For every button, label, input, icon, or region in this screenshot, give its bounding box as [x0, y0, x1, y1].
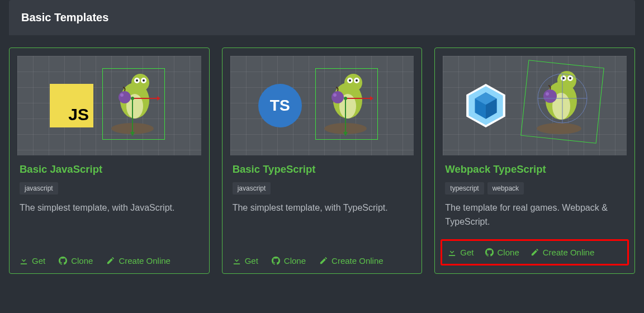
svg-point-14	[131, 97, 134, 100]
github-icon	[272, 257, 280, 265]
webpack-logo-icon	[464, 84, 508, 127]
template-card-ts: TS	[222, 48, 423, 274]
template-description: The template for real games. Webpack & T…	[445, 201, 624, 229]
template-card-js: JS	[9, 48, 210, 274]
template-description: The simplest template, with JavaScript.	[20, 201, 199, 243]
download-icon	[20, 257, 28, 265]
edit-icon	[319, 257, 328, 265]
svg-point-7	[143, 79, 145, 82]
svg-marker-13	[130, 132, 135, 136]
svg-marker-26	[370, 96, 373, 101]
template-actions: Get Clone Create Online	[20, 253, 199, 265]
create-online-button[interactable]: Create Online	[531, 248, 595, 257]
svg-point-8	[119, 91, 131, 103]
clone-button[interactable]: Clone	[59, 256, 93, 265]
edit-icon	[531, 248, 539, 257]
edit-icon	[106, 257, 115, 265]
svg-point-35	[537, 123, 581, 134]
svg-point-41	[562, 77, 565, 79]
svg-point-9	[120, 93, 124, 97]
clone-button[interactable]: Clone	[272, 256, 306, 265]
create-online-button[interactable]: Create Online	[319, 256, 383, 265]
template-card-webpack: Webpack TypeScript typescript webpack Th…	[434, 48, 635, 274]
template-tags: javascript	[233, 182, 412, 195]
svg-point-18	[344, 74, 362, 92]
template-thumbnail	[443, 56, 627, 155]
template-thumbnail: TS	[230, 56, 414, 155]
svg-point-3	[131, 74, 149, 92]
download-icon	[448, 248, 456, 257]
tag[interactable]: javascript	[233, 182, 271, 195]
dino-sprite-icon	[108, 69, 162, 136]
get-button[interactable]: Get	[448, 248, 473, 257]
template-actions-highlighted: Get Clone Create Online	[441, 239, 629, 265]
template-actions: Get Clone Create Online	[233, 253, 412, 265]
svg-point-21	[349, 79, 351, 82]
ts-logo-icon: TS	[258, 84, 302, 127]
template-tags: javascript	[20, 182, 199, 195]
github-icon	[485, 248, 494, 257]
svg-point-6	[136, 79, 138, 82]
svg-point-24	[333, 93, 337, 97]
section-header: Basic Templates	[9, 0, 635, 35]
tag[interactable]: typescript	[445, 182, 484, 195]
template-title[interactable]: Webpack TypeScript	[445, 163, 624, 176]
svg-point-42	[569, 77, 571, 79]
template-title[interactable]: Basic JavaScript	[20, 163, 199, 176]
clone-button[interactable]: Clone	[485, 248, 519, 257]
svg-marker-28	[343, 132, 348, 136]
template-description: The simplest template, with TypeScript.	[233, 201, 412, 243]
dino-sprite-icon	[321, 69, 375, 136]
js-logo-icon: JS	[50, 84, 93, 127]
cards-row: JS	[0, 35, 644, 285]
tag[interactable]: webpack	[487, 182, 524, 195]
template-thumbnail: JS	[17, 56, 201, 155]
svg-point-44	[546, 92, 549, 96]
svg-point-22	[356, 79, 358, 82]
get-button[interactable]: Get	[233, 256, 258, 265]
template-title[interactable]: Basic TypeScript	[233, 163, 412, 176]
template-tags: typescript webpack	[445, 182, 624, 195]
create-online-button[interactable]: Create Online	[106, 256, 171, 265]
dino-sprite-icon	[532, 66, 594, 137]
svg-point-29	[344, 97, 347, 100]
tag[interactable]: javascript	[20, 182, 58, 195]
section-title: Basic Templates	[21, 11, 623, 24]
svg-marker-11	[157, 96, 160, 101]
get-button[interactable]: Get	[20, 256, 45, 265]
github-icon	[59, 257, 67, 265]
svg-point-43	[543, 89, 557, 103]
download-icon	[233, 257, 241, 265]
svg-point-23	[332, 91, 344, 103]
